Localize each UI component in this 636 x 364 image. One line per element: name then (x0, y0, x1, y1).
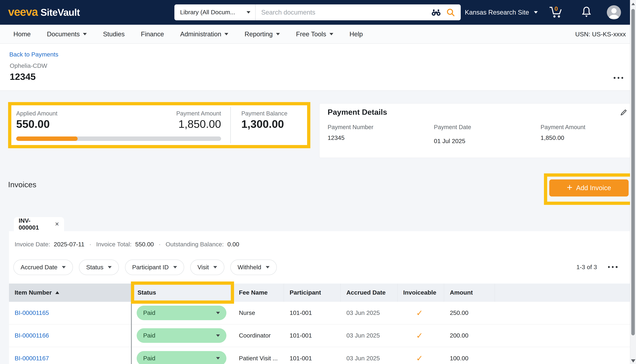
page-title: 12345 (10, 71, 36, 82)
edit-pencil-icon[interactable] (620, 109, 627, 116)
notifications-button[interactable] (581, 6, 592, 19)
scrollbar-thumb[interactable] (631, 9, 635, 336)
nav-item-home[interactable]: Home (14, 30, 31, 38)
chevron-down-icon (83, 33, 87, 35)
applied-amount-value: 550.00 (16, 118, 50, 130)
column-header-participant[interactable]: Participant (284, 284, 341, 302)
item-number-link[interactable]: BI-00001166 (15, 332, 49, 339)
chevron-down-icon (108, 266, 112, 268)
invoice-total-value: 550.00 (135, 241, 154, 248)
nav-item-studies[interactable]: Studies (103, 30, 125, 38)
column-header-accrued-date[interactable]: Accrued Date (341, 284, 397, 302)
applied-progress-bar (16, 136, 221, 141)
invoice-meta-line: Invoice Date: 2025-07-11 · Invoice Total… (15, 241, 239, 248)
tab-inv-000001[interactable]: INV-000001 ✕ (14, 217, 64, 231)
payment-number-value: 12345 (328, 134, 344, 141)
participant-cell: 101-001 (284, 347, 341, 364)
filter-visit[interactable]: Visit (190, 260, 224, 275)
chevron-down-icon (173, 266, 177, 268)
table-actions-menu[interactable] (606, 266, 617, 268)
item-number-link[interactable]: BI-00001167 (15, 355, 49, 362)
search-scope-label: Library (All Docum... (180, 9, 235, 16)
search-icon[interactable] (446, 8, 455, 17)
site-selector-dropdown[interactable]: Kansas Research Site (465, 0, 538, 25)
amount-cell: 250.00 (444, 302, 495, 324)
separator-dot: · (89, 241, 91, 248)
search-scope-dropdown[interactable]: Library (All Docum... (174, 4, 256, 20)
veeva-sitevault-logo[interactable]: veeva SiteVault (8, 5, 80, 18)
amount-cell: 200.00 (444, 324, 495, 347)
close-icon[interactable]: ✕ (55, 221, 59, 227)
chevron-down-icon (276, 33, 280, 35)
participant-cell: 101-001 (284, 324, 341, 347)
invoices-heading: Invoices (8, 180, 36, 189)
column-header-item-number[interactable]: Item Number (9, 284, 132, 302)
page-scrollbar[interactable] (630, 0, 636, 364)
item-number-link[interactable]: BI-00001165 (15, 310, 49, 316)
column-header-fee-name[interactable]: Fee Name (233, 284, 284, 302)
payment-date-label: Payment Date (434, 124, 471, 130)
invoiceable-check-icon: ✓ (397, 324, 444, 347)
scroll-down-arrow-icon[interactable] (631, 359, 635, 362)
applied-progress-fill (16, 136, 78, 141)
site-selector-label: Kansas Research Site (465, 9, 529, 16)
status-dropdown[interactable]: Paid (137, 351, 226, 364)
nav-item-reporting[interactable]: Reporting (245, 30, 280, 38)
nav-item-help[interactable]: Help (349, 30, 363, 38)
filter-withheld[interactable]: Withheld (230, 260, 277, 275)
user-avatar[interactable] (607, 5, 621, 20)
tab-label: INV-000001 (19, 217, 50, 231)
invoiceable-check-icon: ✓ (397, 302, 444, 324)
chevron-down-icon (534, 11, 538, 14)
payment-amount-value: 1,850.00 (133, 118, 221, 130)
outstanding-balance-label: Outstanding Balance: (165, 241, 224, 248)
table-row: BI-00001167 Paid Patient Visit ... 101-0… (9, 347, 630, 364)
filter-participant-id[interactable]: Participant ID (125, 260, 184, 275)
payment-amount-detail-value: 1,850.00 (541, 134, 564, 141)
chevron-down-icon (225, 33, 228, 35)
add-invoice-button[interactable]: + Add Invoice (549, 180, 629, 196)
add-invoice-label: Add Invoice (576, 184, 611, 192)
accrued-date-cell: 03 Jun 2025 (341, 347, 397, 364)
outstanding-balance-value: 0.00 (228, 241, 239, 248)
column-header-amount[interactable]: Amount (444, 284, 495, 302)
status-dropdown[interactable]: Paid (137, 328, 226, 343)
plus-icon: + (567, 182, 572, 192)
search-input[interactable] (256, 4, 431, 20)
filter-accrued-date[interactable]: Accrued Date (14, 260, 73, 275)
nav-item-administration[interactable]: Administration (180, 30, 228, 38)
payment-balance-value: 1,300.00 (241, 118, 284, 130)
chevron-down-icon (216, 312, 220, 314)
cart-count-badge: 0 (554, 5, 558, 12)
cart-button[interactable]: 0 (548, 5, 565, 20)
applied-amount-label: Applied Amount (16, 110, 58, 117)
payment-details-card: Payment Details Payment Number Payment D… (319, 103, 633, 158)
column-header-invoiceable[interactable]: Invoiceable (397, 284, 444, 302)
binoculars-icon[interactable] (431, 9, 442, 16)
column-header-empty (495, 284, 630, 302)
pagination-range: 1-3 of 3 (576, 264, 597, 270)
scroll-up-arrow-icon[interactable] (631, 3, 635, 5)
filter-status[interactable]: Status (79, 260, 119, 275)
nav-item-documents[interactable]: Documents (47, 30, 87, 38)
chevron-down-icon (247, 11, 250, 14)
nav-item-free-tools[interactable]: Free Tools (296, 30, 333, 38)
fee-name-cell: Patient Visit ... (233, 347, 284, 364)
status-dropdown[interactable]: Paid (137, 306, 226, 320)
chevron-down-icon (62, 266, 66, 268)
chevron-down-icon (216, 357, 220, 360)
back-to-payments-link[interactable]: Back to Payments (9, 51, 58, 58)
record-actions-menu[interactable] (612, 77, 623, 79)
payment-summary-card-highlighted: Applied Amount 550.00 Payment Amount 1,8… (8, 102, 310, 148)
sort-ascending-icon (55, 291, 59, 294)
filter-bar: Accrued Date Status Participant ID Visit… (14, 260, 277, 275)
record-header: Back to Payments Ophelia-CDW 12345 (0, 44, 636, 90)
add-invoice-highlight-box: + Add Invoice (544, 174, 634, 205)
fee-name-cell: Coordinator (233, 324, 284, 347)
nav-item-finance[interactable]: Finance (141, 30, 164, 38)
column-header-status[interactable]: Status (132, 284, 233, 302)
separator-dot: · (159, 241, 161, 248)
invoice-panel: Invoice Date: 2025-07-11 · Invoice Total… (9, 231, 630, 364)
invoice-date-label: Invoice Date: (15, 241, 50, 248)
top-bar: veeva SiteVault Library (All Docum... (0, 0, 636, 25)
